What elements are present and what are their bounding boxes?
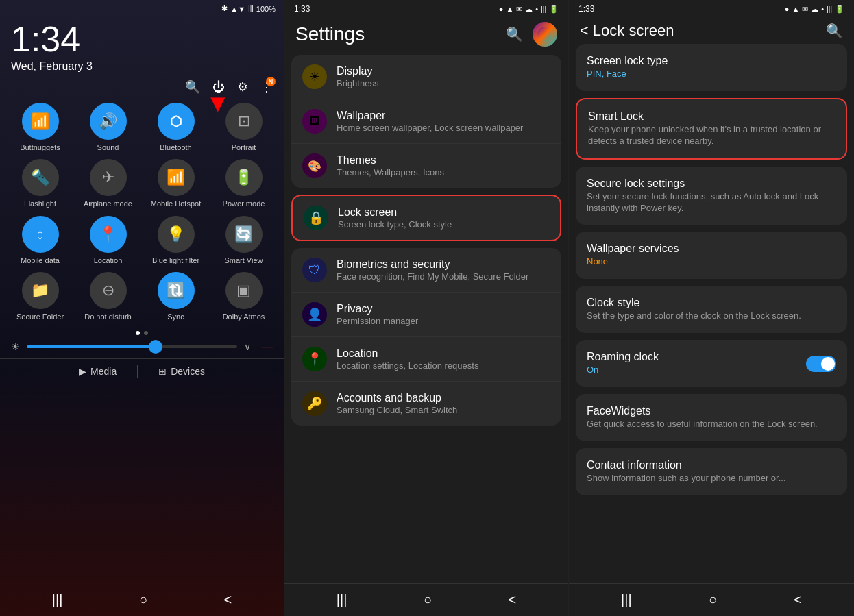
expand-icon[interactable]: ∨: [244, 341, 251, 352]
ls-item-clockstyle[interactable]: Clock style Set the type and color of th…: [576, 286, 847, 333]
ls-group-smartlock: Smart Lock Keep your phone unlocked when…: [576, 98, 847, 160]
securelock-text: Secure lock settings Set your secure loc…: [587, 177, 836, 214]
lockscreen-search-icon[interactable]: 🔍: [826, 23, 843, 39]
powermode-icon: 🔋: [225, 159, 263, 196]
settings-icon[interactable]: ⚙: [237, 79, 248, 95]
tile-sync[interactable]: 🔃 Sync: [145, 272, 206, 321]
user-avatar[interactable]: [533, 22, 557, 47]
settings-item-privacy[interactable]: 👤 Privacy Permission manager: [291, 293, 561, 337]
ls-back-icon[interactable]: <: [794, 592, 802, 608]
smartlock-subtitle: Keep your phone unlocked when it's in a …: [588, 124, 835, 147]
signal-icon: ▲▼: [230, 5, 245, 13]
location-icon: 📍: [90, 216, 127, 253]
media-button[interactable]: ▶ Media: [79, 366, 117, 377]
status-bar: ✱ ▲▼ ||| 100%: [0, 0, 284, 14]
settings-item-accounts[interactable]: 🔑 Accounts and backup Samsung Cloud, Sma…: [291, 382, 561, 426]
lockscreen-list: Screen lock type PIN, Face Smart Lock Ke…: [569, 44, 854, 583]
dnd-icon: ⊖: [90, 272, 127, 309]
themes-text: Themes Themes, Wallpapers, Icons: [337, 154, 550, 177]
tile-mobiledata[interactable]: ↕ Mobile data: [10, 216, 71, 265]
tile-bluetooth[interactable]: ⬡ Bluetooth: [145, 103, 206, 152]
tile-flashlight[interactable]: 🔦 Flashlight: [10, 159, 71, 208]
tile-dolby[interactable]: ▣ Dolby Atmos: [213, 272, 274, 321]
settings-item-location[interactable]: 📍 Location Location settings, Location r…: [291, 337, 561, 382]
ls-item-roamingclock[interactable]: Roaming clock On: [576, 340, 847, 387]
status-wifi-icon: •: [535, 5, 538, 13]
securefolder-label: Secure Folder: [16, 312, 64, 321]
location2-icon: 📍: [302, 347, 327, 371]
tile-wifi[interactable]: 📶 Buttnuggets: [10, 103, 71, 152]
ls-recents-icon[interactable]: |||: [621, 592, 632, 608]
ls-item-smartlock[interactable]: Smart Lock Keep your phone unlocked when…: [577, 99, 846, 158]
themes-icon: 🎨: [302, 153, 327, 178]
roamingclock-toggle[interactable]: [806, 356, 836, 372]
tile-location[interactable]: 📍 Location: [77, 216, 138, 265]
power-icon[interactable]: ⏻: [212, 80, 225, 95]
settings-home-icon[interactable]: ○: [424, 592, 432, 608]
themes-title: Themes: [337, 154, 550, 167]
settings-item-biometrics[interactable]: 🛡 Biometrics and security Face recogniti…: [291, 248, 561, 293]
ls-item-screenlocktype[interactable]: Screen lock type PIN, Face: [576, 44, 847, 91]
devices-button[interactable]: ⊞ Devices: [158, 366, 205, 377]
status-msg-icon: ✉: [516, 5, 522, 14]
settings-group-lockscreen: 🔒 Lock screen Screen lock type, Clock st…: [291, 195, 561, 241]
settings-item-themes[interactable]: 🎨 Themes Themes, Wallpapers, Icons: [291, 144, 561, 188]
settings-nav-bar: ||| ○ <: [284, 583, 568, 616]
facewidgets-text: FaceWidgets Get quick access to useful i…: [587, 405, 836, 430]
wallpaperservices-title: Wallpaper services: [587, 243, 836, 255]
ls-item-contactinfo[interactable]: Contact information Show information suc…: [576, 448, 847, 495]
settings-item-display[interactable]: ☀ Display Brightness: [291, 55, 561, 99]
tile-sound[interactable]: 🔊 Sound: [77, 103, 138, 152]
back-button[interactable]: < Lock screen: [580, 22, 674, 40]
home-nav-icon[interactable]: ○: [139, 592, 147, 608]
bluetooth-label: Bluetooth: [160, 143, 191, 152]
securelock-subtitle: Set your secure lock functions, such as …: [587, 191, 836, 214]
powermode-label: Power mode: [223, 199, 265, 208]
qs-toolbar: 🔍 ⏻ ⚙ ⋮ N: [0, 74, 284, 99]
ls-item-securelock[interactable]: Secure lock settings Set your secure loc…: [576, 167, 847, 225]
search-icon[interactable]: 🔍: [185, 79, 200, 95]
tile-bluelight[interactable]: 💡 Blue light filter: [145, 216, 206, 265]
ls-group-roamingclock: Roaming clock On: [576, 340, 847, 387]
tile-airplane[interactable]: ✈ Airplane mode: [77, 159, 138, 208]
media-divider: [137, 365, 138, 378]
settings-search-icon[interactable]: 🔍: [506, 26, 523, 42]
settings-panel: 1:33 ● ▲ ✉ ☁ • ||| 🔋 Settings 🔍 ☀ Displa…: [284, 0, 569, 616]
media-row: ▶ Media ⊞ Devices: [0, 358, 284, 384]
accounts-subtitle: Samsung Cloud, Smart Switch: [337, 405, 550, 415]
tile-securefolder[interactable]: 📁 Secure Folder: [10, 272, 71, 321]
ls-item-wallpaperservices[interactable]: Wallpaper services None: [576, 232, 847, 279]
tile-hotspot[interactable]: 📶 Mobile Hotspot: [145, 159, 206, 208]
ls-battery-icon: 🔋: [835, 5, 844, 14]
settings-recents-icon[interactable]: |||: [337, 592, 347, 608]
brightness-track[interactable]: [27, 345, 237, 348]
tile-powermode[interactable]: 🔋 Power mode: [213, 159, 274, 208]
toggle-thumb: [821, 357, 835, 371]
back-nav-icon[interactable]: <: [224, 592, 232, 608]
settings-item-wallpaper[interactable]: 🖼 Wallpaper Home screen wallpaper, Lock …: [291, 99, 561, 144]
display-subtitle: Brightness: [337, 78, 550, 88]
settings-back-icon[interactable]: <: [509, 592, 517, 608]
tile-dnd[interactable]: ⊖ Do not disturb: [77, 272, 138, 321]
lockscreen-text: Lock screen Screen lock type, Clock styl…: [338, 206, 549, 230]
lockscreen-title: Lock screen: [338, 206, 549, 219]
menu-icon[interactable]: ⋮ N: [260, 79, 273, 95]
recents-nav-icon[interactable]: |||: [52, 592, 63, 608]
bluetooth-status-icon: ✱: [221, 4, 228, 13]
ls-item-facewidgets[interactable]: FaceWidgets Get quick access to useful i…: [576, 394, 847, 441]
ls-home-icon[interactable]: ○: [709, 592, 717, 608]
lockscreen-nav-bar: ||| ○ <: [569, 583, 854, 616]
hotspot-icon: 📶: [158, 159, 195, 196]
qs-time-section: 1:34 Wed, February 3: [0, 14, 284, 74]
tile-smartview[interactable]: 🔄 Smart View: [213, 216, 274, 265]
sound-icon: 🔊: [90, 103, 127, 140]
settings-item-lockscreen[interactable]: 🔒 Lock screen Screen lock type, Clock st…: [293, 196, 560, 240]
facewidgets-title: FaceWidgets: [587, 405, 836, 417]
lockscreen-icon: 🔒: [304, 206, 328, 230]
accounts-icon: 🔑: [302, 391, 327, 416]
location-subtitle: Location settings, Location requests: [337, 360, 550, 371]
settings-header: Settings 🔍: [284, 15, 568, 55]
tile-portrait[interactable]: ⊡ Portrait: [213, 103, 274, 152]
biometrics-icon: 🛡: [302, 258, 327, 282]
brightness-low-icon: ☀: [11, 341, 20, 352]
